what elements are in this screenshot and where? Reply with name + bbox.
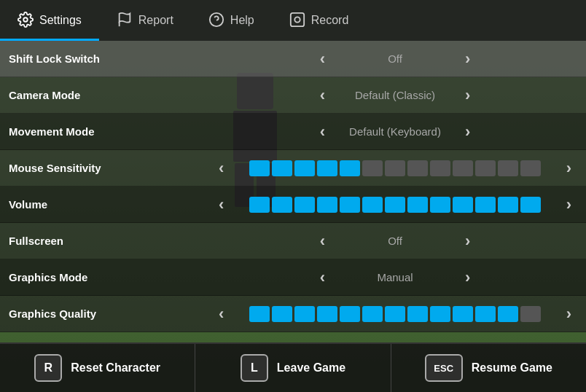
settings-icon (17, 12, 34, 30)
slider-seg-0[interactable] (249, 197, 270, 213)
setting-row-fullscreen: Fullscreen‹Off› (0, 223, 586, 259)
action-btn-resume[interactable]: ESCResume Game (391, 344, 586, 392)
slider-seg-1[interactable] (272, 160, 292, 176)
svg-point-0 (23, 17, 28, 22)
slider-seg-10[interactable] (475, 306, 496, 322)
svg-point-5 (294, 17, 300, 22)
slider-seg-1[interactable] (272, 306, 292, 322)
slider-seg-12[interactable] (520, 306, 541, 322)
action-btn-leave[interactable]: LLeave Game (195, 344, 391, 392)
slider-seg-6[interactable] (385, 160, 405, 176)
arrow-left-volume[interactable]: ‹ (213, 197, 230, 213)
slider-seg-6[interactable] (385, 197, 405, 213)
slider-seg-10[interactable] (475, 197, 496, 213)
slider-seg-5[interactable] (362, 197, 383, 213)
slider-seg-2[interactable] (294, 197, 315, 213)
slider-seg-7[interactable] (407, 197, 428, 213)
action-label-reset: Reset Character (71, 361, 160, 375)
setting-control-fullscreen: ‹Off› (213, 233, 577, 249)
slider-seg-11[interactable] (498, 160, 518, 176)
slider-mouse-sensitivity[interactable] (235, 160, 554, 176)
setting-row-mouse-sensitivity: Mouse Sensitivity‹› (0, 150, 586, 187)
slider-seg-2[interactable] (294, 160, 315, 176)
arrow-right-graphics-quality[interactable]: › (560, 306, 577, 322)
setting-value-shift-lock: Off (337, 52, 453, 65)
slider-seg-0[interactable] (249, 306, 270, 322)
arrow-left-camera-mode[interactable]: ‹ (314, 87, 331, 103)
slider-seg-8[interactable] (430, 306, 450, 322)
arrow-right-camera-mode[interactable]: › (459, 87, 476, 103)
arrow-left-shift-lock[interactable]: ‹ (314, 51, 331, 67)
settings-list: Shift Lock Switch‹Off›Camera Mode‹Defaul… (0, 41, 586, 342)
slider-seg-12[interactable] (520, 160, 541, 176)
main-panel: SettingsReportHelpRecord Shift Lock Swit… (0, 0, 586, 392)
slider-seg-4[interactable] (340, 306, 360, 322)
slider-seg-7[interactable] (407, 306, 428, 322)
slider-seg-8[interactable] (430, 197, 450, 213)
setting-label-shift-lock: Shift Lock Switch (9, 52, 213, 65)
slider-seg-2[interactable] (294, 306, 315, 322)
slider-seg-0[interactable] (249, 160, 270, 176)
nav-item-record[interactable]: Record (272, 0, 367, 41)
setting-label-mouse-sensitivity: Mouse Sensitivity (9, 162, 213, 174)
slider-graphics-quality[interactable] (235, 306, 554, 322)
arrow-right-volume[interactable]: › (560, 197, 577, 213)
slider-seg-11[interactable] (498, 197, 518, 213)
slider-volume[interactable] (235, 197, 554, 213)
arrow-left-movement-mode[interactable]: ‹ (314, 124, 331, 140)
action-bar: RReset CharacterLLeave GameESCResume Gam… (0, 342, 586, 392)
action-label-leave: Leave Game (277, 361, 345, 375)
setting-control-movement-mode: ‹Default (Keyboard)› (213, 124, 577, 140)
slider-seg-9[interactable] (453, 197, 473, 213)
setting-control-shift-lock: ‹Off› (213, 51, 577, 67)
arrow-left-fullscreen[interactable]: ‹ (314, 233, 331, 249)
slider-seg-8[interactable] (430, 160, 450, 176)
arrow-right-mouse-sensitivity[interactable]: › (560, 160, 577, 176)
setting-control-camera-mode: ‹Default (Classic)› (213, 87, 577, 103)
setting-row-shift-lock: Shift Lock Switch‹Off› (0, 41, 586, 77)
setting-row-camera-mode: Camera Mode‹Default (Classic)› (0, 77, 586, 114)
nav-label-help: Help (230, 14, 254, 27)
slider-seg-10[interactable] (475, 160, 496, 176)
slider-seg-1[interactable] (272, 197, 292, 213)
arrow-right-shift-lock[interactable]: › (459, 51, 476, 67)
slider-seg-3[interactable] (317, 160, 337, 176)
slider-seg-3[interactable] (317, 197, 337, 213)
svg-rect-4 (291, 12, 304, 26)
slider-seg-12[interactable] (520, 197, 541, 213)
arrow-right-movement-mode[interactable]: › (459, 124, 476, 140)
nav-item-help[interactable]: Help (191, 0, 272, 41)
report-icon (117, 12, 133, 30)
key-badge-resume: ESC (425, 354, 463, 382)
nav-item-report[interactable]: Report (99, 0, 191, 41)
settings-area: Shift Lock Switch‹Off›Camera Mode‹Defaul… (0, 41, 586, 342)
nav-item-settings[interactable]: Settings (0, 0, 99, 41)
slider-seg-4[interactable] (340, 160, 360, 176)
slider-seg-9[interactable] (453, 306, 473, 322)
arrow-left-graphics-quality[interactable]: ‹ (213, 306, 230, 322)
setting-control-mouse-sensitivity: ‹› (213, 160, 577, 176)
record-icon (289, 12, 305, 30)
slider-seg-7[interactable] (407, 160, 428, 176)
nav-label-report: Report (138, 14, 173, 27)
arrow-right-graphics-mode[interactable]: › (459, 270, 476, 286)
setting-label-movement-mode: Movement Mode (9, 125, 213, 138)
setting-control-volume: ‹› (213, 197, 577, 213)
arrow-right-fullscreen[interactable]: › (459, 233, 476, 249)
slider-seg-11[interactable] (498, 306, 518, 322)
slider-seg-4[interactable] (340, 197, 360, 213)
nav-label-settings: Settings (39, 14, 82, 27)
slider-seg-5[interactable] (362, 160, 383, 176)
slider-seg-9[interactable] (453, 160, 473, 176)
arrow-left-mouse-sensitivity[interactable]: ‹ (213, 160, 230, 176)
action-btn-reset[interactable]: RReset Character (0, 344, 195, 392)
key-badge-reset: R (34, 354, 62, 382)
action-label-resume: Resume Game (472, 361, 552, 375)
setting-label-volume: Volume (9, 198, 213, 211)
slider-seg-5[interactable] (362, 306, 383, 322)
nav-label-record: Record (311, 14, 349, 27)
slider-seg-3[interactable] (317, 306, 337, 322)
slider-seg-6[interactable] (385, 306, 405, 322)
setting-label-graphics-mode: Graphics Mode (9, 271, 213, 283)
arrow-left-graphics-mode[interactable]: ‹ (314, 270, 331, 286)
